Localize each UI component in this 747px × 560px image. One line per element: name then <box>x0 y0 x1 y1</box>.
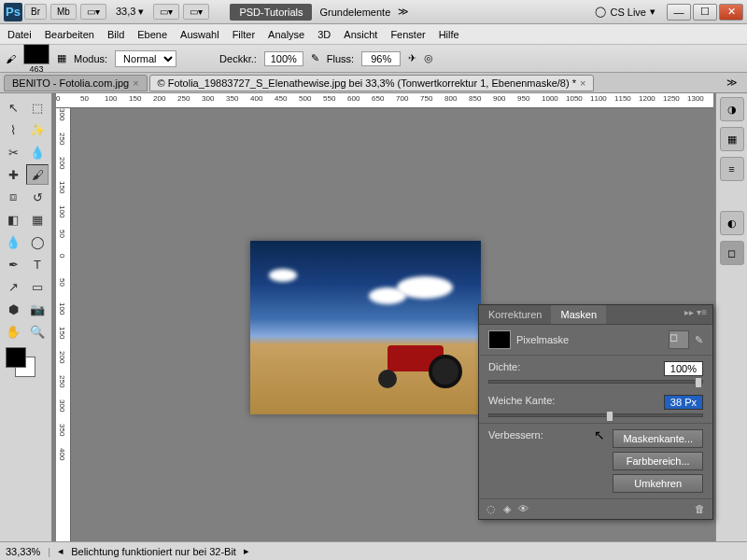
tool-preset-icon[interactable]: 🖌 <box>6 53 16 64</box>
ruler-horizontal[interactable]: 0501001502002503003504004505005506006507… <box>56 93 713 108</box>
feather-value[interactable]: 38 Px <box>664 395 703 410</box>
menu-fenster[interactable]: Fenster <box>390 29 425 40</box>
status-prev-icon[interactable]: ◂ <box>58 545 63 557</box>
panel-menu-icon[interactable]: ▸▸ ▾≡ <box>679 305 712 324</box>
workspace-badge[interactable]: PSD-Tutorials <box>230 4 312 21</box>
mode-select[interactable]: Normal <box>115 50 176 67</box>
menu-bearbeiten[interactable]: Bearbeiten <box>45 29 94 40</box>
tabs-more-icon[interactable]: ≫ <box>721 75 743 91</box>
foreground-color[interactable] <box>6 347 26 368</box>
mask-edge-button[interactable]: Maskenkante... <box>613 429 703 448</box>
close-button[interactable]: ✕ <box>719 4 743 21</box>
gradient-tool[interactable]: ▦ <box>26 209 49 230</box>
screen-button[interactable]: ▭▾ <box>183 4 209 20</box>
shape-tool[interactable]: ▭ <box>26 276 49 297</box>
mask-thumbnail[interactable] <box>488 330 511 349</box>
status-zoom[interactable]: 33,33% <box>6 546 40 557</box>
status-message: Belichtung funktioniert nur bei 32-Bit <box>71 546 236 557</box>
heal-tool[interactable]: ✚ <box>2 164 24 185</box>
menu-ebene[interactable]: Ebene <box>137 29 167 40</box>
mode-label: Modus: <box>74 53 107 64</box>
tablet-pressure-icon[interactable]: ◎ <box>424 52 433 64</box>
crop-tool[interactable]: ✂ <box>2 142 24 162</box>
brush-tool[interactable]: 🖌 <box>26 164 49 185</box>
move-tool[interactable]: ↖ <box>2 97 24 118</box>
status-next-icon[interactable]: ▸ <box>244 545 249 557</box>
lasso-tool[interactable]: ⌇ <box>2 119 24 140</box>
stamp-tool[interactable]: ⧈ <box>2 187 24 207</box>
eraser-tool[interactable]: ◧ <box>2 209 24 230</box>
airbrush-icon[interactable]: ✈ <box>408 52 416 64</box>
type-tool[interactable]: T <box>26 254 49 274</box>
close-tab-icon[interactable]: × <box>133 77 138 89</box>
view-button[interactable]: ▭▾ <box>153 4 179 20</box>
right-dock: ◑ ▦ ≡ ◐ ◻ <box>715 93 747 541</box>
path-tool[interactable]: ↗ <box>2 276 24 297</box>
dodge-tool[interactable]: ◯ <box>26 231 49 252</box>
opacity-input[interactable] <box>264 51 303 66</box>
menu-auswahl[interactable]: Auswahl <box>180 29 219 40</box>
doc-tab-2[interactable]: © Fotolia_19883727_S_Elenathewise.jpg be… <box>149 75 595 91</box>
workspace: ↖⬚ ⌇✨ ✂💧 ✚🖌 ⧈↺ ◧▦ 💧◯ ✒T ↗▭ ⬢📷 ✋🔍 0501001… <box>0 93 747 541</box>
menu-bild[interactable]: Bild <box>107 29 124 40</box>
brush-preview[interactable] <box>23 44 49 64</box>
ruler-vertical[interactable]: 3002502001501005005010015020025030035040… <box>56 108 71 541</box>
cslive-icon[interactable]: ◯ <box>595 6 606 18</box>
history-brush-tool[interactable]: ↺ <box>26 187 49 207</box>
menu-ansicht[interactable]: Ansicht <box>344 29 377 40</box>
disable-mask-icon[interactable]: 👁 <box>518 503 529 515</box>
minibridge-button[interactable]: Mb <box>50 4 77 20</box>
menu-hilfe[interactable]: Hilfe <box>439 29 459 40</box>
wand-tool[interactable]: ✨ <box>26 119 49 140</box>
minimize-button[interactable]: — <box>667 4 691 21</box>
layout-button[interactable]: ▭▾ <box>80 4 106 20</box>
mask-type-label: Pixelmaske <box>516 334 569 345</box>
invert-button[interactable]: Umkehren <box>613 474 703 493</box>
zoom-display[interactable]: 33,3 ▾ <box>116 6 144 18</box>
bridge-button[interactable]: Br <box>24 4 47 20</box>
swatches-panel-icon[interactable]: ▦ <box>720 127 744 151</box>
pixel-mask-button[interactable]: ◻ <box>669 330 689 349</box>
more-icon[interactable]: ≫ <box>398 6 409 18</box>
camera-tool[interactable]: 📷 <box>26 299 49 319</box>
corrections-tab[interactable]: Korrekturen <box>479 305 551 324</box>
zoom-tool[interactable]: 🔍 <box>26 321 49 342</box>
flow-input[interactable] <box>361 51 401 66</box>
menu-3d[interactable]: 3D <box>317 29 331 40</box>
brush-panel-icon[interactable]: ▦ <box>57 52 66 64</box>
density-value[interactable]: 100% <box>664 361 703 376</box>
color-range-button[interactable]: Farbbereich... <box>613 452 703 470</box>
canvas-image[interactable] <box>250 241 481 414</box>
opacity-pressure-icon[interactable]: ✎ <box>311 52 319 64</box>
menu-datei[interactable]: Datei <box>7 29 32 40</box>
marquee-tool[interactable]: ⬚ <box>26 97 49 118</box>
close-tab-icon[interactable]: × <box>580 77 585 89</box>
hand-tool[interactable]: ✋ <box>2 321 24 342</box>
maximize-button[interactable]: ☐ <box>693 4 717 21</box>
color-swatches[interactable] <box>2 347 49 381</box>
3d-tool[interactable]: ⬢ <box>2 299 24 319</box>
color-panel-icon[interactable]: ◑ <box>720 97 744 121</box>
tractor-graphic <box>378 332 462 388</box>
delete-mask-icon[interactable]: 🗑 <box>695 503 705 515</box>
vector-mask-button[interactable]: ✎ <box>695 334 703 346</box>
menu-filter[interactable]: Filter <box>233 29 255 40</box>
menu-analyse[interactable]: Analyse <box>268 29 304 40</box>
menu-bar: Datei Bearbeiten Bild Ebene Auswahl Filt… <box>0 24 747 45</box>
feather-label: Weiche Kante: <box>488 395 555 410</box>
layers-panel-icon[interactable]: ≡ <box>720 157 744 181</box>
apply-mask-icon[interactable]: ◈ <box>503 503 511 515</box>
doc-tab-1[interactable]: BENITO - Fotolia.com.jpg× <box>4 75 148 91</box>
blur-tool[interactable]: 💧 <box>2 231 24 252</box>
cslive-label[interactable]: CS Live <box>610 7 646 18</box>
refine-label: Verbessern: <box>488 429 603 493</box>
adjustments-panel-icon[interactable]: ◐ <box>720 211 744 235</box>
eyedropper-tool[interactable]: 💧 <box>26 142 49 162</box>
workspace-subtitle[interactable]: Grundelemente <box>319 7 390 18</box>
pen-tool[interactable]: ✒ <box>2 254 24 274</box>
feather-slider[interactable] <box>488 413 703 417</box>
masks-panel-icon[interactable]: ◻ <box>720 241 744 265</box>
load-selection-icon[interactable]: ◌ <box>486 503 496 515</box>
masks-tab[interactable]: Masken <box>551 305 606 324</box>
density-slider[interactable] <box>488 380 703 384</box>
